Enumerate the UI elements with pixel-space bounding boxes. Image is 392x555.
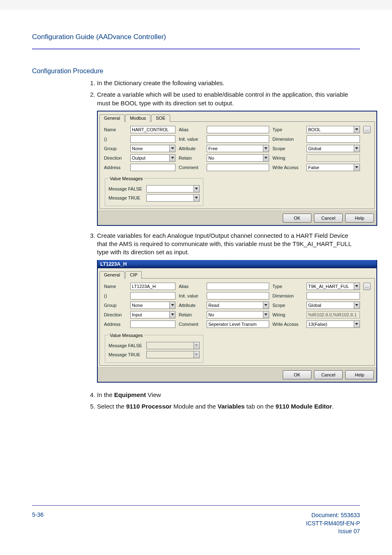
scope-value[interactable] [307,302,354,309]
type-select[interactable] [307,126,360,133]
name-input[interactable] [130,283,175,290]
retain-select[interactable] [207,311,269,318]
init-input[interactable] [207,292,269,300]
write-access-select[interactable] [307,320,360,328]
group-value[interactable] [130,302,169,309]
type-browse-button[interactable]: ... [363,126,371,133]
chevron-down-icon[interactable] [354,126,360,133]
type-select[interactable] [307,283,360,290]
scope-value[interactable] [307,145,354,152]
chevron-down-icon[interactable] [354,164,360,171]
alias-input[interactable] [207,126,269,133]
direction-select[interactable] [130,154,175,162]
group-select[interactable] [130,302,175,309]
address-input[interactable] [130,320,175,328]
step-5-text-4: . [332,403,334,410]
tab-soe[interactable]: SOE [151,114,170,122]
open-input[interactable] [130,292,175,300]
step-5: Select the 9110 Processor Module and the… [97,402,360,411]
chevron-down-icon[interactable] [194,194,200,202]
cancel-button[interactable]: Cancel [314,370,343,379]
comment-input[interactable] [207,164,269,171]
scope-select[interactable] [307,302,360,309]
label-scope: Scope [272,303,303,308]
message-true-select [146,351,200,358]
message-true-value[interactable] [146,194,194,202]
label-direction: Direction [104,312,127,317]
dimension-input[interactable] [307,135,360,143]
attribute-select[interactable] [207,302,269,309]
help-button[interactable]: Help [345,370,374,379]
direction-value[interactable] [130,311,169,318]
dimension-input[interactable] [307,292,360,300]
attribute-value[interactable] [207,302,263,309]
scope-select[interactable] [307,145,360,152]
direction-value[interactable] [130,154,169,162]
chevron-down-icon[interactable] [263,145,269,152]
alias-input[interactable] [207,283,269,290]
step-3: Create variables for each Analogue Input… [97,232,360,257]
message-true-select[interactable] [146,194,200,202]
attribute-select[interactable] [207,145,269,152]
message-true-value [146,351,194,358]
step-5-text-2: Module and the [172,403,218,410]
dialog-title-bar: LT1223A_H [98,260,376,268]
init-input[interactable] [207,135,269,143]
write-access-value[interactable] [307,320,354,328]
message-false-select[interactable] [146,185,200,193]
label-alias: Alias [179,284,203,289]
label-group: Group [104,146,127,151]
chevron-down-icon[interactable] [354,302,360,309]
group-select[interactable] [130,145,175,152]
retain-value[interactable] [207,311,263,318]
value-messages-group: Value Messages Message FALSE Message TRU… [105,333,203,363]
chevron-down-icon[interactable] [169,302,175,309]
label-retain: Retain [179,312,203,317]
step-2: Create a variable which will be used to … [97,91,360,107]
ok-button[interactable]: OK [283,214,311,223]
wiring-input [307,154,360,162]
attribute-value[interactable] [207,145,263,152]
chevron-down-icon[interactable] [354,283,360,290]
comment-input[interactable] [207,320,269,328]
address-input[interactable] [130,164,175,171]
chevron-down-icon[interactable] [194,185,200,193]
cancel-button[interactable]: Cancel [314,214,343,223]
ok-button[interactable]: OK [283,370,311,379]
write-access-select[interactable] [307,164,360,171]
type-browse-button[interactable]: ... [363,283,371,290]
step-4: In the Equipment View [97,391,360,399]
chevron-down-icon[interactable] [263,302,269,309]
chevron-down-icon[interactable] [169,145,175,152]
tab-modbus[interactable]: Modbus [125,114,150,122]
tab-general[interactable]: General [99,271,125,279]
tab-general[interactable]: General [99,114,125,122]
chevron-down-icon[interactable] [263,154,269,162]
value-messages-group: Value Messages Message FALSE Message TRU… [105,176,203,206]
type-value[interactable] [307,126,354,133]
page-number: 5-36 [32,511,44,536]
chevron-down-icon[interactable] [169,311,175,318]
open-input[interactable] [130,135,175,143]
chevron-down-icon[interactable] [169,154,175,162]
button-bar: OK Cancel Help [98,211,376,225]
direction-select[interactable] [130,311,175,318]
tab-cip[interactable]: CIP [125,271,142,279]
doc-number: Document: 553633 [306,511,360,520]
name-input[interactable] [130,126,175,133]
help-button[interactable]: Help [345,214,374,223]
message-false-value[interactable] [146,185,194,193]
steps-list: In the Dictionary create the following v… [86,79,360,107]
label-write-access: Write Access [272,165,303,170]
chevron-down-icon[interactable] [354,145,360,152]
chevron-down-icon[interactable] [354,320,360,328]
type-value[interactable] [307,283,354,290]
value-messages-legend: Value Messages [108,176,144,181]
chevron-down-icon[interactable] [263,311,269,318]
write-access-value[interactable] [307,164,354,171]
label-message-false: Message FALSE [108,343,144,348]
retain-value[interactable] [207,154,263,162]
retain-select[interactable] [207,154,269,162]
label-direction: Direction [104,156,127,160]
group-value[interactable] [130,145,169,152]
